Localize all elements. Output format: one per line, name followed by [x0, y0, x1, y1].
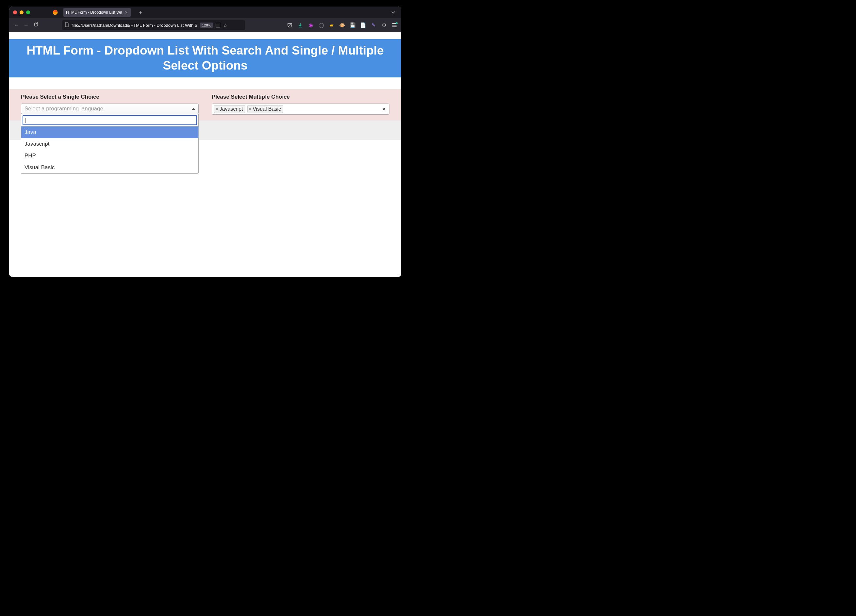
selected-chip: × Visual Basic — [247, 105, 283, 113]
reload-button[interactable] — [33, 22, 39, 28]
clear-all-button[interactable]: × — [380, 106, 387, 112]
tab-title: HTML Form - Dropdown List With S — [66, 10, 122, 15]
single-select-box[interactable]: Select a programming language — [21, 103, 199, 114]
dropdown-search-input[interactable] — [23, 115, 197, 125]
browser-tab[interactable]: HTML Form - Dropdown List With S × — [63, 8, 131, 17]
page-title: HTML Form - Dropdown List With Search An… — [16, 43, 395, 74]
chip-remove-icon[interactable]: × — [216, 106, 218, 111]
single-select-label: Please Select a Single Choice — [21, 94, 199, 100]
minimize-window-button[interactable] — [20, 11, 23, 14]
dropdown-options-list: Java Javascript PHP Visual Basic — [21, 126, 198, 174]
extension-eraser-icon[interactable]: ▰ — [329, 22, 334, 28]
browser-window: HTML Form - Dropdown List With S × + ← →… — [9, 6, 401, 277]
dropdown-option[interactable]: Java — [21, 126, 198, 138]
pocket-icon[interactable] — [287, 22, 293, 28]
toolbar-right-icons: ◉ ◯ ▰ 🐵 💾 📄 ✎ ⚙ — [287, 22, 397, 28]
new-tab-button[interactable]: + — [137, 9, 144, 16]
extension-puzzle-icon[interactable]: ⚙ — [381, 22, 387, 28]
chip-label: Javascript — [220, 106, 243, 112]
page-header: HTML Form - Dropdown List With Search An… — [9, 39, 401, 77]
chip-label: Visual Basic — [252, 106, 281, 112]
toolbar: ← → file:///Users/nathan/Downloads/HTML … — [9, 18, 401, 32]
bookmark-star-icon[interactable]: ☆ — [223, 22, 227, 28]
selected-chip: × Javascript — [214, 105, 245, 113]
app-menu-button[interactable] — [391, 22, 397, 28]
back-button[interactable]: ← — [13, 22, 20, 28]
page-content: HTML Form - Dropdown List With Search An… — [9, 39, 401, 277]
chevron-up-icon — [192, 108, 195, 110]
dropdown-option[interactable]: Visual Basic — [21, 162, 198, 174]
maximize-window-button[interactable] — [26, 11, 30, 14]
dropdown-option[interactable]: Javascript — [21, 138, 198, 150]
extension-circle-icon[interactable]: ◯ — [318, 22, 324, 28]
zoom-badge[interactable]: 120% — [200, 23, 213, 28]
multiple-select-column: Please Select Multiple Choice × Javascri… — [212, 94, 390, 115]
dropdown-search-wrap — [21, 114, 198, 126]
tabs-dropdown-button[interactable] — [390, 10, 397, 15]
forward-button[interactable]: → — [23, 22, 29, 28]
url-text: file:///Users/nathan/Downloads/HTML Form… — [72, 23, 197, 28]
extension-wand-icon[interactable]: ✎ — [371, 22, 376, 28]
extension-floppy-icon[interactable]: 💾 — [349, 22, 356, 28]
url-bar[interactable]: file:///Users/nathan/Downloads/HTML Form… — [62, 20, 245, 30]
extension-monkey-icon[interactable]: 🐵 — [339, 22, 345, 28]
reader-mode-icon[interactable] — [216, 23, 220, 28]
extension-pin-icon[interactable]: ◉ — [308, 22, 314, 28]
single-select-column: Please Select a Single Choice Select a p… — [21, 94, 199, 115]
firefox-logo-icon — [52, 9, 58, 15]
tab-close-button[interactable]: × — [124, 10, 128, 15]
extension-note-icon[interactable]: 📄 — [360, 22, 366, 28]
titlebar: HTML Form - Dropdown List With S × + — [9, 6, 401, 18]
multiple-select-label: Please Select Multiple Choice — [212, 94, 390, 100]
multiple-select-box[interactable]: × Javascript × Visual Basic × — [212, 103, 390, 115]
file-icon — [65, 22, 69, 28]
window-controls — [13, 11, 30, 14]
form-row: Please Select a Single Choice Select a p… — [9, 89, 401, 121]
single-select-dropdown: Java Javascript PHP Visual Basic — [21, 114, 199, 174]
dropdown-option[interactable]: PHP — [21, 150, 198, 162]
chip-remove-icon[interactable]: × — [249, 106, 252, 111]
single-select-placeholder: Select a programming language — [25, 106, 103, 112]
close-window-button[interactable] — [13, 11, 17, 14]
form-area: Please Select a Single Choice Select a p… — [9, 89, 401, 140]
download-icon[interactable] — [297, 22, 303, 28]
